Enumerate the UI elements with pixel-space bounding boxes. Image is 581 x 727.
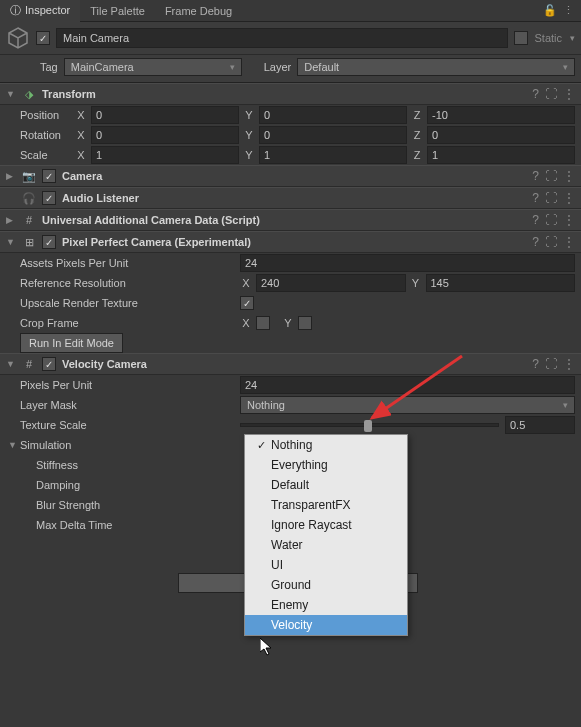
texture-scale-input[interactable] xyxy=(505,416,575,434)
menu-icon[interactable]: ⋮ xyxy=(563,169,575,183)
crop-y-checkbox[interactable] xyxy=(298,316,312,330)
help-icon[interactable]: ? xyxy=(532,87,539,101)
crop-label: Crop Frame xyxy=(20,317,240,329)
layer-option-velocity[interactable]: Velocity xyxy=(245,615,407,635)
lock-icon[interactable]: 🔓 xyxy=(543,4,557,18)
layer-option-transparentfx[interactable]: TransparentFX xyxy=(245,495,407,515)
menu-icon[interactable]: ⋮ xyxy=(563,87,575,101)
preset-icon[interactable]: ⛶ xyxy=(545,213,557,227)
ref-res-y-input[interactable] xyxy=(426,274,576,292)
help-icon[interactable]: ? xyxy=(532,169,539,183)
preset-icon[interactable]: ⛶ xyxy=(545,357,557,371)
foldout-icon[interactable]: ▼ xyxy=(8,440,18,450)
damping-label: Damping xyxy=(36,479,256,491)
velocity-title: Velocity Camera xyxy=(62,358,147,370)
tab-frame-debug[interactable]: Frame Debug xyxy=(155,1,242,21)
preset-icon[interactable]: ⛶ xyxy=(545,191,557,205)
scale-label: Scale xyxy=(20,149,75,161)
ref-res-x-input[interactable] xyxy=(256,274,406,292)
foldout-icon[interactable]: ▶ xyxy=(6,215,16,225)
layer-mask-row: Layer Mask Nothing▾ xyxy=(0,395,581,415)
transform-icon: ⬗ xyxy=(22,87,36,101)
camera-enabled-checkbox[interactable] xyxy=(42,169,56,183)
max-delta-label: Max Delta Time xyxy=(36,519,256,531)
px-per-unit-input[interactable] xyxy=(240,376,575,394)
layer-option-nothing[interactable]: ✓Nothing xyxy=(245,435,407,455)
camera-header[interactable]: ▶ 📷 Camera ? ⛶ ⋮ xyxy=(0,165,581,187)
texture-scale-slider[interactable] xyxy=(240,423,499,427)
menu-icon[interactable]: ⋮ xyxy=(563,357,575,371)
static-checkbox[interactable] xyxy=(514,31,528,45)
layer-option-default[interactable]: Default xyxy=(245,475,407,495)
pixel-perfect-header[interactable]: ▼ ⊞ Pixel Perfect Camera (Experimental) … xyxy=(0,231,581,253)
layer-dropdown[interactable]: Default▾ xyxy=(297,58,575,76)
rotation-z-input[interactable] xyxy=(427,126,575,144)
preset-icon[interactable]: ⛶ xyxy=(545,87,557,101)
gameobject-enabled-checkbox[interactable] xyxy=(36,31,50,45)
foldout-icon[interactable]: ▼ xyxy=(6,359,16,369)
tab-tile-palette[interactable]: Tile Palette xyxy=(80,1,155,21)
position-y-input[interactable] xyxy=(259,106,407,124)
stiffness-label: Stiffness xyxy=(36,459,256,471)
layer-option-enemy[interactable]: Enemy xyxy=(245,595,407,615)
px-per-unit-label: Pixels Per Unit xyxy=(20,379,240,391)
layer-option-everything[interactable]: Everything xyxy=(245,455,407,475)
assets-px-input[interactable] xyxy=(240,254,575,272)
menu-icon[interactable]: ⋮ xyxy=(563,235,575,249)
audio-enabled-checkbox[interactable] xyxy=(42,191,56,205)
preset-icon[interactable]: ⛶ xyxy=(545,169,557,183)
rotation-y-input[interactable] xyxy=(259,126,407,144)
foldout-icon[interactable]: ▼ xyxy=(6,89,16,99)
audio-title: Audio Listener xyxy=(62,192,139,204)
pixel-perfect-title: Pixel Perfect Camera (Experimental) xyxy=(62,236,251,248)
position-x-input[interactable] xyxy=(91,106,239,124)
scale-row: Scale X Y Z xyxy=(0,145,581,165)
velocity-camera-header[interactable]: ▼ # Velocity Camera ? ⛶ ⋮ xyxy=(0,353,581,375)
context-menu-icon[interactable]: ⋮ xyxy=(561,4,575,18)
ref-res-row: Reference Resolution X Y xyxy=(0,273,581,293)
pixel-perfect-enabled-checkbox[interactable] xyxy=(42,235,56,249)
script-icon: # xyxy=(22,213,36,227)
foldout-icon[interactable]: ▶ xyxy=(6,171,16,181)
layer-mask-dropdown[interactable]: Nothing▾ xyxy=(240,396,575,414)
rotation-x-input[interactable] xyxy=(91,126,239,144)
preset-icon[interactable]: ⛶ xyxy=(545,235,557,249)
tab-inspector[interactable]: ⓘInspector xyxy=(0,0,80,22)
tag-layer-row: Tag MainCamera▾ Layer Default▾ xyxy=(0,55,581,83)
help-icon[interactable]: ? xyxy=(532,213,539,227)
gameobject-name-input[interactable] xyxy=(56,28,508,48)
transform-header[interactable]: ▼ ⬗ Transform ? ⛶ ⋮ xyxy=(0,83,581,105)
scale-x-input[interactable] xyxy=(91,146,239,164)
camera-icon: 📷 xyxy=(22,169,36,183)
blur-strength-label: Blur Strength xyxy=(36,499,256,511)
help-icon[interactable]: ? xyxy=(532,235,539,249)
scale-y-input[interactable] xyxy=(259,146,407,164)
menu-icon[interactable]: ⋮ xyxy=(563,213,575,227)
gameobject-icon[interactable] xyxy=(6,26,30,50)
menu-icon[interactable]: ⋮ xyxy=(563,191,575,205)
texture-scale-row: Texture Scale xyxy=(0,415,581,435)
layer-option-ui[interactable]: UI xyxy=(245,555,407,575)
crop-x-checkbox[interactable] xyxy=(256,316,270,330)
script-icon: # xyxy=(22,357,36,371)
rotation-row: Rotation X Y Z xyxy=(0,125,581,145)
foldout-icon[interactable]: ▼ xyxy=(6,237,16,247)
tag-dropdown[interactable]: MainCamera▾ xyxy=(64,58,242,76)
velocity-enabled-checkbox[interactable] xyxy=(42,357,56,371)
universal-cam-header[interactable]: ▶ # Universal Additional Camera Data (Sc… xyxy=(0,209,581,231)
position-z-input[interactable] xyxy=(427,106,575,124)
static-dropdown-arrow[interactable]: ▾ xyxy=(570,33,575,43)
upscale-checkbox[interactable] xyxy=(240,296,254,310)
scale-z-input[interactable] xyxy=(427,146,575,164)
layer-option-ignore-raycast[interactable]: Ignore Raycast xyxy=(245,515,407,535)
layer-option-water[interactable]: Water xyxy=(245,535,407,555)
upscale-label: Upscale Render Texture xyxy=(20,297,240,309)
layer-option-ground[interactable]: Ground xyxy=(245,575,407,595)
crop-row: Crop Frame X Y xyxy=(0,313,581,333)
help-icon[interactable]: ? xyxy=(532,191,539,205)
run-edit-button[interactable]: Run In Edit Mode xyxy=(20,333,123,353)
tag-label: Tag xyxy=(40,61,58,73)
help-icon[interactable]: ? xyxy=(532,357,539,371)
audio-listener-header[interactable]: ▶ 🎧 Audio Listener ? ⛶ ⋮ xyxy=(0,187,581,209)
gameobject-header: Static ▾ xyxy=(0,22,581,55)
